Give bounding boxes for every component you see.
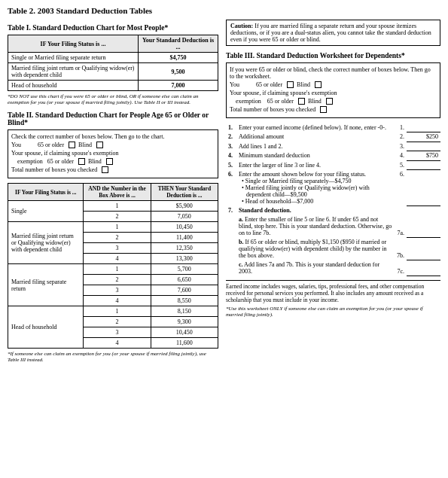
t2-mfs-a1: 5,700	[151, 264, 218, 275]
t2-mfs-status: Married filing separate return	[8, 264, 84, 306]
table2-you-blind-checkbox[interactable]	[96, 142, 103, 148]
t2-mfs-a3: 7,600	[151, 285, 218, 296]
ws-line-6: 6. Enter the amount shown below for your…	[226, 169, 440, 206]
ws-line-7a: a. Enter the smaller of line 5 or line 6…	[226, 215, 440, 238]
table2-section: Table II. Standard Deduction Chart for P…	[8, 111, 218, 363]
ws-line7b-val	[407, 238, 440, 260]
t3-you-label: You	[230, 81, 239, 88]
ws-line-7b: b. If 65 or older or blind, multiply $1,…	[226, 238, 440, 260]
ws-line7-text: Standard deduction.	[236, 206, 440, 215]
t1-amount-1: $4,750	[138, 53, 218, 63]
t2-single-n1: 1	[84, 201, 151, 212]
ws-line7a-val	[407, 215, 440, 238]
table-row: Head of household 1 8,150	[8, 306, 218, 317]
table3-earned-income-text: Earned income includes wages, salaries, …	[226, 283, 424, 303]
table1-col1: IF Your Filing Status is ...	[8, 35, 139, 53]
ws-line1-text: Enter your earned income (defined below)…	[236, 123, 395, 132]
t3-total-label: Total number of boxes you checked	[230, 106, 315, 113]
ws-line3-text: Add lines 1 and 2.	[236, 142, 395, 151]
t3-you-blind-label: Blind	[297, 81, 310, 88]
caution-text: If you are married filing a separate ret…	[230, 23, 431, 43]
t3-spouse-age-checkbox[interactable]	[298, 98, 305, 105]
table1-col2: Your Standard Deduction is ...	[138, 35, 218, 53]
ws-line5-text: Enter the larger of line 3 or line 4.	[236, 160, 395, 169]
table2-total-label: Total number of boxes you checked	[11, 166, 97, 173]
t2-hoh-a1: 8,150	[151, 306, 218, 317]
ws-line3-label: 3.	[395, 142, 407, 151]
t2-single-a1: $5,900	[151, 201, 218, 212]
t1-status-1: Single or Married filing separate return	[8, 53, 139, 63]
table1-section: Table I. Standard Deduction Chart for Mo…	[8, 24, 218, 105]
t2-mfj-n4: 4	[84, 254, 151, 264]
t2-mfj-status: Married filing joint return or Qualifyin…	[8, 222, 84, 264]
ws-line7b-label: 7b.	[395, 238, 407, 260]
t3-total-checkbox[interactable]	[320, 106, 327, 113]
t2-mfj-a1: 10,450	[151, 222, 218, 233]
t2-mfs-n4: 4	[84, 296, 151, 306]
ws-line5-val	[407, 160, 440, 169]
ws-line6-text: Enter the amount shown below for your fi…	[236, 169, 395, 206]
table3-check-instruction: If you were 65 or older or blind, check …	[230, 66, 437, 80]
t1-amount-2: 9,500	[138, 63, 218, 81]
table2-data: IF Your Filing Status is ... AND the Num…	[8, 183, 218, 349]
table-row: Married filing separate return 1 5,700	[8, 264, 218, 275]
t3-spouse-blind-checkbox[interactable]	[326, 98, 333, 105]
table2-table: IF Your Filing Status is ... AND the Num…	[8, 183, 218, 349]
t2-mfs-a2: 6,650	[151, 275, 218, 285]
table1-title: Table I. Standard Deduction Chart for Mo…	[8, 24, 218, 32]
table2-spouse-blind-label: Blind	[88, 158, 102, 165]
t1-amount-3: 7,000	[138, 81, 218, 91]
table-row: Single or Married filing separate return…	[8, 53, 218, 63]
table2-spouse-blind-checkbox[interactable]	[106, 158, 113, 165]
t2-hoh-n2: 2	[84, 317, 151, 327]
ws-line7a-text: a. Enter the smaller of line 5 or line 6…	[236, 215, 395, 238]
table2-you-age: 65 or older	[38, 142, 64, 148]
ws-line7a-blank	[226, 215, 236, 238]
main-title: Table 2. 2003 Standard Deduction Tables	[8, 6, 440, 15]
t3-you-age-checkbox[interactable]	[287, 81, 294, 88]
table3-footnote: *Use this worksheet ONLY if someone else…	[226, 306, 440, 318]
ws-line2-text: Additional amount	[236, 132, 395, 142]
ws-line4-label: 4.	[395, 151, 407, 160]
table2-you-label: You	[11, 142, 21, 148]
t2-single-n2: 2	[84, 212, 151, 222]
table3-earned-income-note: Earned income includes wages, salaries, …	[226, 280, 440, 303]
t2-single-status: Single	[8, 201, 84, 222]
caution-label: Caution:	[230, 23, 253, 29]
t2-hoh-a4: 11,600	[151, 338, 218, 349]
ws-line7c-text: c. Add lines 7a and 7b. This is your sta…	[236, 260, 395, 276]
table2-you-blind-label: Blind	[78, 142, 92, 148]
table-row: Single 1 $5,900	[8, 201, 218, 212]
ws-line4-val: $750	[407, 151, 440, 160]
t2-mfj-n1: 1	[84, 222, 151, 233]
t2-col2-header: AND the Number in the Box Above is ...	[84, 184, 151, 201]
ws-line-7-header: 7. Standard deduction.	[226, 206, 440, 215]
t3-you-blind-checkbox[interactable]	[315, 81, 322, 88]
table-row: Head of household 7,000	[8, 81, 218, 91]
table2-spouse-age-checkbox[interactable]	[78, 158, 85, 165]
caution-box: Caution: If you are married filing a sep…	[226, 20, 440, 46]
ws-line-5: 5. Enter the larger of line 3 or line 4.…	[226, 160, 440, 169]
table2-spouse-label: Your spouse, if claiming spouse's exempt…	[11, 150, 118, 157]
ws-line7a-label: 7a.	[395, 215, 407, 238]
table-row: Married filing joint return or Qualifyin…	[8, 222, 218, 233]
t1-status-2: Married filing joint return or Qualifyin…	[8, 63, 139, 81]
table2-total-checkbox[interactable]	[102, 166, 108, 173]
t3-you-age: 65 or older	[256, 81, 282, 88]
ws-line3-val	[407, 142, 440, 151]
ws-line1-num: 1.	[226, 123, 236, 132]
t2-mfj-n2: 2	[84, 233, 151, 243]
ws-line6-num: 6.	[226, 169, 236, 206]
t2-single-a2: 7,050	[151, 212, 218, 222]
ws-line3-num: 3.	[226, 142, 236, 151]
ws-line7c-blank	[226, 260, 236, 276]
t3-spouse-blind-label: Blind	[308, 98, 322, 105]
ws-line-7c: c. Add lines 7a and 7b. This is your sta…	[226, 260, 440, 276]
table2-you-age-checkbox[interactable]	[69, 142, 75, 148]
ws-line1-label: 1.	[395, 123, 407, 132]
t2-mfj-a3: 12,350	[151, 243, 218, 254]
table-row: Married filing joint return or Qualifyin…	[8, 63, 218, 81]
ws-line-4: 4. Minimum standard deduction 4. $750	[226, 151, 440, 160]
ws-line7c-label: 7c.	[395, 260, 407, 276]
table1: IF Your Filing Status is ... Your Standa…	[8, 35, 218, 91]
